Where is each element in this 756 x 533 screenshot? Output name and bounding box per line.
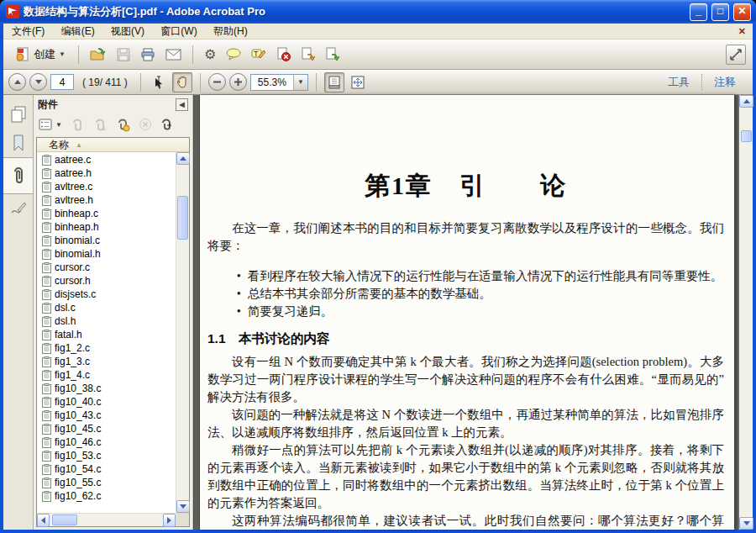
attachment-list-item[interactable]: binheap.c (37, 207, 176, 220)
attachment-list-item[interactable]: dsl.h (37, 314, 176, 328)
attachments-horizontal-scrollbar[interactable] (37, 513, 189, 526)
attachments-vertical-scrollbar[interactable] (176, 152, 189, 513)
attachment-list-item[interactable]: aatree.h (37, 166, 176, 180)
file-icon (42, 356, 51, 367)
scroll-down-icon[interactable] (176, 500, 190, 513)
attachment-list-item[interactable]: dsl.c (37, 301, 176, 314)
collapse-panel-icon[interactable]: ◀ (176, 98, 188, 111)
attachment-list-item[interactable]: fig10_38.c (37, 382, 176, 395)
scroll-down-icon[interactable] (739, 517, 753, 530)
create-pdf-button[interactable]: 创建 ▼ (10, 45, 71, 64)
attachment-list-item[interactable]: avltree.c (37, 180, 176, 193)
minimize-button[interactable]: _ (690, 3, 707, 21)
attachment-list-item[interactable]: fig10_62.c (37, 489, 176, 503)
attachment-list-item[interactable]: fig1_2.c (37, 341, 176, 355)
scroll-left-icon[interactable] (37, 514, 50, 527)
attachment-file-name: fatal.h (55, 329, 82, 340)
divider (78, 45, 79, 64)
extract-pages-icon[interactable] (297, 44, 318, 65)
email-button[interactable] (162, 45, 185, 64)
attachment-list-item[interactable]: fig10_55.c (37, 476, 176, 489)
attachment-list-item[interactable]: binheap.h (37, 220, 176, 234)
settings-gear-icon[interactable]: ⚙ (201, 43, 219, 66)
attachment-list-item[interactable]: fig10_46.c (37, 435, 176, 449)
attachment-list-item[interactable]: aatree.c (37, 153, 176, 166)
save-file-button[interactable] (113, 45, 134, 65)
attachment-list-item[interactable]: binomial.h (37, 247, 176, 261)
save-attachment-icon[interactable] (92, 118, 108, 131)
menu-item[interactable]: 视图(V) (104, 24, 151, 39)
bookmarks-panel-icon[interactable] (3, 129, 33, 157)
attachment-list-item[interactable]: fig10_43.c (37, 409, 176, 422)
attachment-file-name: binheap.h (55, 221, 99, 233)
delete-pages-icon[interactable] (273, 44, 294, 65)
comments-panel-button[interactable]: 注释 (702, 75, 748, 90)
menubar-close-icon[interactable]: ✕ (735, 26, 749, 37)
bullet-list: 看到程序在较大输入情况下的运行性能与在适量输入情况下的运行性能具有同等重要性。 … (207, 267, 724, 320)
open-attachment-icon[interactable] (70, 118, 85, 131)
close-button[interactable]: ✕ (733, 3, 751, 21)
scrollbar-thumb[interactable] (741, 130, 752, 142)
attachment-options-icon[interactable]: ▼ (39, 119, 62, 130)
attachments-panel: 附件 ◀ ▼ (34, 95, 193, 530)
svg-text:T: T (254, 50, 259, 58)
menu-item[interactable]: 编辑(E) (55, 24, 102, 39)
comment-bubble-icon[interactable] (223, 45, 244, 64)
divider (316, 73, 317, 92)
attachment-file-name: avltree.h (55, 194, 93, 206)
scrollbar-thumb[interactable] (177, 196, 188, 240)
hand-tool-button[interactable] (172, 72, 192, 92)
open-file-button[interactable] (87, 45, 110, 65)
name-column-header[interactable]: 名称 ▲ (37, 138, 189, 152)
scroll-up-icon[interactable] (176, 152, 190, 165)
add-attachment-icon[interactable] (115, 118, 131, 132)
menu-item[interactable]: 文件(F) (5, 24, 51, 39)
pdf-page[interactable]: 第1章 引 论 在这一章，我们阐述本书的目的和目标并简要复习离散数学以及程序设计… (200, 95, 734, 530)
print-button[interactable] (137, 45, 159, 65)
scrolling-mode-button[interactable] (324, 72, 344, 92)
scrollbar-thumb[interactable] (52, 515, 77, 525)
maximize-button[interactable]: □ (711, 3, 729, 21)
attachment-list-item[interactable]: disjsets.c (37, 288, 176, 301)
export-pages-icon[interactable] (322, 44, 343, 65)
fit-page-button[interactable] (348, 72, 368, 92)
attachments-panel-icon[interactable] (3, 157, 33, 194)
attachment-list-item[interactable]: fig1_4.c (37, 368, 176, 382)
zoom-dropdown-icon[interactable]: ▼ (293, 75, 307, 90)
attachment-list-item[interactable]: binomial.c (37, 234, 176, 247)
select-tool-button[interactable] (149, 72, 169, 92)
attachment-list-item[interactable]: cursor.h (37, 274, 176, 288)
zoom-level-combo[interactable]: 55.3% ▼ (250, 74, 308, 91)
attachment-list-item[interactable]: fig1_3.c (37, 355, 176, 368)
document-vertical-scrollbar[interactable] (738, 95, 753, 530)
divider (200, 73, 201, 92)
attachment-list-item[interactable]: fig10_45.c (37, 422, 176, 435)
text-callout-icon[interactable]: T (248, 45, 270, 64)
search-attachments-icon[interactable] (160, 118, 173, 131)
delete-attachment-icon[interactable] (139, 118, 152, 131)
next-page-button[interactable] (29, 73, 47, 91)
divider (192, 45, 193, 64)
attachment-list-item[interactable]: fatal.h (37, 328, 176, 341)
attachment-list-item[interactable]: fig10_40.c (37, 395, 176, 409)
file-icon (42, 330, 51, 340)
attachment-list-item[interactable]: fig10_53.c (37, 449, 176, 462)
tools-panel-button[interactable]: 工具 (656, 75, 701, 90)
attachment-file-name: dsl.c (55, 302, 76, 314)
zoom-out-button[interactable] (208, 73, 226, 91)
title-bar[interactable]: 数据结构与算法分析[C].pdf - Adobe Acrobat Pro _ □… (0, 0, 756, 24)
pages-panel-icon[interactable] (3, 100, 33, 129)
scroll-right-icon[interactable] (163, 514, 176, 527)
panel-splitter[interactable] (193, 95, 200, 530)
menu-item[interactable]: 窗口(W) (154, 24, 203, 39)
attachment-list-item[interactable]: avltree.h (37, 193, 176, 207)
fullscreen-expand-icon[interactable] (726, 45, 746, 65)
scroll-up-icon[interactable] (739, 95, 753, 108)
previous-page-button[interactable] (8, 73, 26, 91)
menu-item[interactable]: 帮助(H) (207, 24, 255, 39)
signatures-panel-icon[interactable] (3, 194, 33, 223)
page-number-input[interactable] (50, 74, 74, 90)
attachment-list-item[interactable]: cursor.c (37, 261, 176, 274)
zoom-in-button[interactable] (229, 73, 247, 91)
attachment-list-item[interactable]: fig10_54.c (37, 462, 176, 476)
